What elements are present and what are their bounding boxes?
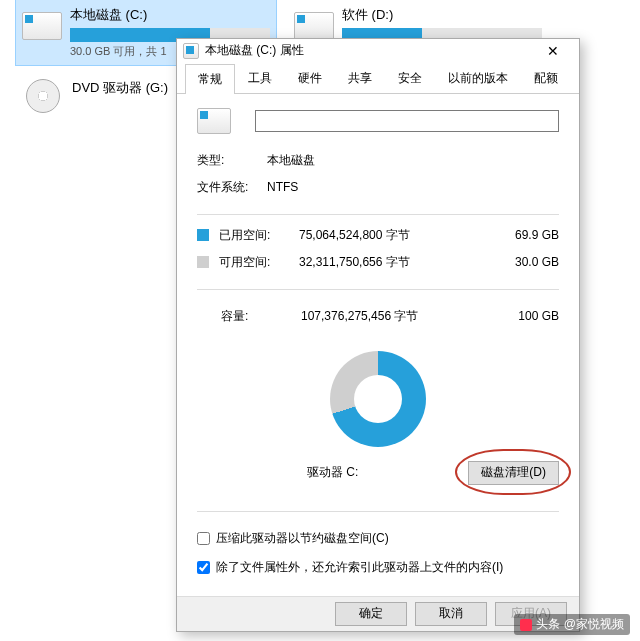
type-value: 本地磁盘 xyxy=(267,152,559,169)
close-icon[interactable]: ✕ xyxy=(533,43,573,59)
used-bytes: 75,064,524,800 字节 xyxy=(299,227,499,244)
watermark-logo-icon xyxy=(520,619,532,631)
watermark-text: 头条 @家悦视频 xyxy=(536,616,624,633)
properties-dialog: 本地磁盘 (C:) 属性 ✕ 常规 工具 硬件 共享 安全 以前的版本 配额 类… xyxy=(176,38,580,632)
tab-strip: 常规 工具 硬件 共享 安全 以前的版本 配额 xyxy=(177,63,579,94)
free-human: 30.0 GB xyxy=(499,255,559,269)
capacity-human: 100 GB xyxy=(499,309,559,323)
drive-name: DVD 驱动器 (G:) xyxy=(72,79,168,97)
tab-security[interactable]: 安全 xyxy=(385,63,435,93)
ok-button[interactable]: 确定 xyxy=(335,602,407,626)
tab-previous[interactable]: 以前的版本 xyxy=(435,63,521,93)
volume-label-input[interactable] xyxy=(255,110,559,132)
index-label: 除了文件属性外，还允许索引此驱动器上文件的内容(I) xyxy=(216,559,503,576)
drive-icon xyxy=(183,43,199,59)
tab-sharing[interactable]: 共享 xyxy=(335,63,385,93)
drive-icon xyxy=(22,12,62,40)
free-color-swatch xyxy=(197,256,209,268)
tab-general[interactable]: 常规 xyxy=(185,64,235,94)
drive-name: 本地磁盘 (C:) xyxy=(70,6,270,24)
index-checkbox-row[interactable]: 除了文件属性外，还允许索引此驱动器上文件的内容(I) xyxy=(197,559,559,576)
tab-hardware[interactable]: 硬件 xyxy=(285,63,335,93)
filesystem-value: NTFS xyxy=(267,180,559,194)
used-color-swatch xyxy=(197,229,209,241)
titlebar[interactable]: 本地磁盘 (C:) 属性 ✕ xyxy=(177,39,579,63)
cancel-button[interactable]: 取消 xyxy=(415,602,487,626)
compress-label: 压缩此驱动器以节约磁盘空间(C) xyxy=(216,530,389,547)
disk-cleanup-button[interactable]: 磁盘清理(D) xyxy=(468,461,559,485)
tab-tools[interactable]: 工具 xyxy=(235,63,285,93)
tab-quota[interactable]: 配额 xyxy=(521,63,571,93)
separator xyxy=(197,214,559,215)
drive-icon xyxy=(294,12,334,40)
watermark: 头条 @家悦视频 xyxy=(514,614,630,635)
separator xyxy=(197,511,559,512)
used-label: 已用空间: xyxy=(219,227,299,244)
capacity-bytes: 107,376,275,456 字节 xyxy=(301,308,499,325)
type-label: 类型: xyxy=(197,152,267,169)
usage-pie-chart xyxy=(330,351,426,447)
free-label: 可用空间: xyxy=(219,254,299,271)
separator xyxy=(197,289,559,290)
filesystem-label: 文件系统: xyxy=(197,179,267,196)
drive-name: 软件 (D:) xyxy=(342,6,542,24)
drive-icon xyxy=(197,108,231,134)
compress-checkbox-row[interactable]: 压缩此驱动器以节约磁盘空间(C) xyxy=(197,530,559,547)
capacity-label: 容量: xyxy=(221,308,301,325)
dvd-icon xyxy=(22,79,64,121)
drive-letter-label: 驱动器 C: xyxy=(197,464,468,481)
used-human: 69.9 GB xyxy=(499,228,559,242)
dialog-title: 本地磁盘 (C:) 属性 xyxy=(205,42,533,59)
index-checkbox[interactable] xyxy=(197,561,210,574)
free-bytes: 32,311,750,656 字节 xyxy=(299,254,499,271)
compress-checkbox[interactable] xyxy=(197,532,210,545)
